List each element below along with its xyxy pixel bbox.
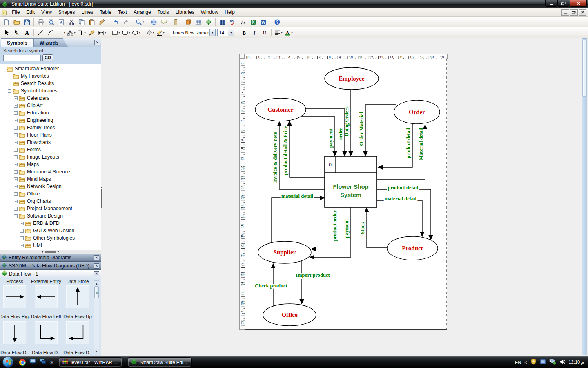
toolbar-overflow-icon[interactable]: » [50,359,53,365]
dropdown-arrow-icon[interactable]: ▾ [163,31,165,34]
menu-help[interactable]: Help [221,9,238,16]
expand-icon[interactable]: + [20,236,24,240]
scroll-up-icon[interactable]: ▲ [94,281,99,286]
expand-icon[interactable]: + [20,222,24,225]
tree-item-software-design[interactable]: −Software Design [0,212,101,220]
table-icon[interactable] [194,18,203,27]
tray-app-icon[interactable] [540,359,546,366]
select-icon[interactable] [2,28,11,37]
dropdown-arrow-icon[interactable]: ▾ [64,31,65,34]
expand-icon[interactable]: + [14,185,18,188]
close-button[interactable] [570,0,587,7]
tree-item-flowcharts[interactable]: +Flowcharts [0,139,101,146]
taskbar-button-smartdraw[interactable]: SmartDraw Suite Edi... [128,357,192,367]
elbow-icon[interactable]: ▾ [56,28,66,37]
dropdown-arrow-icon[interactable]: ▾ [118,31,120,34]
tab-wizards[interactable]: Wizards [33,38,68,47]
symbol-tile-arrow-left[interactable] [35,285,58,308]
font-size-combo[interactable]: 14▼ [217,29,234,36]
canvas-vertical-scrollbar[interactable] [582,38,587,355]
text-icon[interactable]: A [22,28,31,37]
display-quicklaunch-icon[interactable] [29,358,36,366]
excel-icon[interactable]: X [248,18,258,27]
tree-item-search-results[interactable]: Search Results [0,80,101,87]
dropdown-arrow-icon[interactable]: ▾ [129,31,130,34]
open-icon[interactable] [12,18,21,27]
tree-item-education[interactable]: +Education [0,109,101,117]
bold-icon[interactable]: B [239,28,249,37]
expand-icon[interactable]: + [14,133,18,137]
dropdown-arrow-icon[interactable]: ▾ [105,31,106,34]
select-text-icon[interactable]: A [12,28,21,37]
tree-item-other-symbologies[interactable]: +Other Symbologies [0,234,101,242]
tree-item-mind-maps[interactable]: +Mind Maps [0,175,101,183]
expand-icon[interactable]: + [14,141,18,144]
dropdown-arrow-icon[interactable]: ▾ [291,31,293,34]
tree-item-maps[interactable]: +Maps [0,161,101,168]
line-icon[interactable] [36,28,45,37]
dropdown-arrow-icon[interactable]: ▼ [228,29,234,36]
panel-close-icon[interactable]: ✕ [94,255,99,260]
dropdown-arrow-icon[interactable]: ▾ [153,31,154,34]
tree-item-gui-web-design[interactable]: +GUI & Web Design [0,227,101,234]
tree-item-org-charts[interactable]: +Org Charts [0,197,101,205]
menu-view[interactable]: View [38,9,55,16]
dfd-diagram[interactable]: orderpaymentDoing OrdersOrder Materialpr… [245,59,446,329]
underline-icon[interactable]: U [260,28,269,37]
pen-icon[interactable]: ▾ [156,28,165,37]
comment-icon[interactable] [159,18,169,27]
panel-header-erd[interactable]: Entity Relationship Diagrams ✕ [0,254,101,262]
tree-item-clip-art[interactable]: +Clip Art [0,102,101,109]
arc-icon[interactable] [46,28,56,37]
expand-icon[interactable]: + [14,177,18,181]
tree-item-calendars[interactable]: +Calendars [0,94,101,102]
restore-button[interactable] [557,0,569,7]
tree-item-engineering[interactable]: +Engineering [0,117,101,124]
menu-window[interactable]: Window [198,9,222,16]
panel-close-icon[interactable]: ✕ [94,271,99,276]
tree-item-family-trees[interactable]: +Family Trees [0,124,101,131]
zoom-icon[interactable]: ▾ [135,18,145,27]
expand-icon[interactable]: + [20,229,24,233]
expand-icon[interactable]: + [14,155,18,159]
copy-icon[interactable] [77,18,86,27]
symbol-tile-arrow-down[interactable] [3,321,26,344]
bucket-icon[interactable]: ▾ [145,28,155,37]
tree-item-smartdraw-explorer[interactable]: SmartDraw Explorer [0,65,101,72]
tree-item-project-management[interactable]: +Project Management [0,205,101,212]
spelling-icon[interactable]: ab [228,18,237,27]
tree-item-symbol-libraries[interactable]: −Symbol Libraries [0,87,101,94]
panel-header-ssadm[interactable]: SSADM - Data Flow Diagrams (DFD) ✕ [0,262,101,270]
hyperlink-icon[interactable] [149,18,158,27]
expand-icon[interactable]: + [14,192,18,196]
export-icon[interactable] [169,18,179,27]
orgtree-icon[interactable]: ▾ [67,28,76,37]
tree-item-forms[interactable]: +Forms [0,146,101,153]
mdi-close-button[interactable] [579,9,586,16]
chrome-quicklaunch-icon[interactable] [19,359,26,366]
tree-item-medicine-science[interactable]: +Medicine & Science [0,168,101,175]
sidebar-close-icon[interactable]: ✕ [94,40,100,45]
tree-item-my-favorites[interactable]: My Favorites [0,72,101,80]
rect-icon[interactable]: ▾ [111,28,120,37]
dropdown-arrow-icon[interactable]: ▾ [74,31,76,34]
menu-table[interactable]: Table [96,9,115,16]
undo-icon[interactable] [111,18,120,27]
new-icon[interactable] [2,18,11,27]
minimize-button[interactable] [545,0,557,7]
menu-libraries[interactable]: Libraries [172,9,198,16]
formula-icon[interactable]: √x [238,18,247,27]
dropdown-arrow-icon[interactable]: ▾ [281,31,283,34]
search-input[interactable] [3,55,41,61]
tree-item-floor-plans[interactable]: +Floor Plans [0,131,101,139]
tray-chevron-icon[interactable]: < [524,360,527,365]
expand-icon[interactable]: + [14,200,18,203]
volume-icon[interactable] [559,359,566,366]
tab-symbols[interactable]: Symbols [1,38,33,47]
panel-header-dataflow[interactable]: Data Flow - 1 ✕ [0,270,101,278]
expand-icon[interactable]: + [14,163,18,166]
mdi-minimize-button[interactable] [561,9,569,16]
expand-icon[interactable]: + [14,207,18,211]
tree-item-network-design[interactable]: +Network Design [0,183,101,190]
paste-icon[interactable] [87,18,96,27]
